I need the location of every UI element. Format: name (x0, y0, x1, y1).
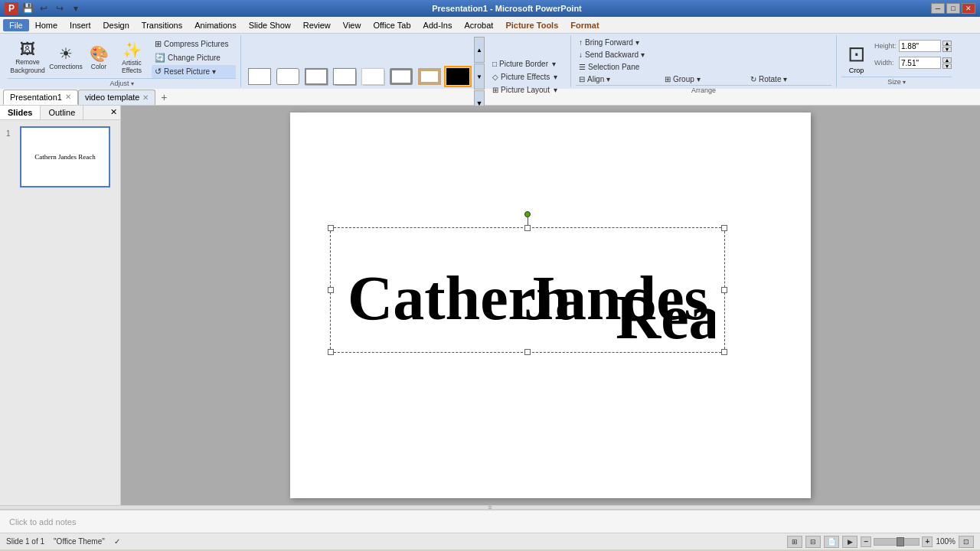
align-dropdown[interactable]: ▾ (606, 75, 610, 83)
spell-check-icon[interactable]: ✓ (114, 537, 120, 546)
picture-style-8[interactable] (444, 66, 472, 87)
layout-dropdown[interactable]: ▾ (554, 86, 557, 94)
menu-acrobat[interactable]: Acrobat (458, 19, 499, 31)
align-button[interactable]: ⊟ Align ▾ (576, 73, 660, 85)
menu-view[interactable]: View (337, 19, 368, 31)
border-dropdown[interactable]: ▾ (552, 60, 556, 68)
save-button[interactable]: 💾 (21, 2, 34, 15)
picture-border-button[interactable]: □ Picture Border ▾ (489, 58, 566, 70)
new-tab-button[interactable]: + (157, 90, 171, 104)
window-controls: ─ □ ✕ (931, 3, 975, 14)
menu-picture-tools[interactable]: Picture Tools (499, 19, 564, 31)
fit-slide-button[interactable]: ⊡ (959, 536, 974, 548)
size-dropdown[interactable]: ▾ (903, 79, 906, 86)
picture-style-4[interactable] (331, 66, 358, 87)
picture-layout-button[interactable]: ⊞ Picture Layout ▾ (489, 84, 566, 96)
height-up[interactable]: ▲ (942, 41, 952, 46)
width-input[interactable] (899, 57, 941, 69)
rotate-handle[interactable] (524, 211, 531, 217)
slide-sorter-button[interactable]: ⊟ (805, 536, 821, 548)
width-down[interactable]: ▼ (942, 64, 952, 69)
picture-style-2[interactable] (274, 66, 302, 87)
width-up[interactable]: ▲ (942, 57, 952, 63)
change-picture-icon: 🔄 (155, 53, 165, 63)
picture-style-1[interactable] (246, 66, 273, 87)
menu-insert[interactable]: Insert (64, 19, 97, 31)
notes-placeholder[interactable]: Click to add notes (9, 517, 76, 527)
selection-pane-button[interactable]: ☰ Selection Pane (576, 61, 831, 73)
reset-picture-button[interactable]: ↺ Reset Picture ▾ (152, 65, 236, 78)
maximize-button[interactable]: □ (946, 3, 960, 14)
compress-pictures-button[interactable]: ⊞ Compress Pictures (152, 37, 236, 51)
height-input[interactable] (899, 40, 941, 52)
menu-format[interactable]: Format (564, 19, 605, 31)
send-backward-button[interactable]: ↓ Send Backward ▾ (576, 49, 831, 60)
corrections-button[interactable]: ☀ Corrections (49, 37, 83, 78)
slide-show-button[interactable]: ▶ (842, 536, 858, 548)
size-group-label: Size ▾ (841, 77, 952, 86)
handle-top-left[interactable] (328, 225, 334, 231)
image-container[interactable]: Cathern Jandes Reach (330, 227, 725, 353)
zoom-plus-button[interactable]: + (922, 536, 933, 547)
handle-top-right[interactable] (721, 225, 727, 231)
selection-pane-icon: ☰ (579, 63, 586, 71)
picture-style-3[interactable] (302, 66, 330, 87)
group-dropdown[interactable]: ▾ (697, 75, 701, 83)
tab-outline[interactable]: Outline (41, 106, 83, 119)
picture-style-6[interactable] (387, 66, 415, 87)
redo-button[interactable]: ↪ (53, 2, 67, 15)
crop-button[interactable]: ⊡ Crop (841, 40, 871, 76)
remove-background-button[interactable]: 🖼 RemoveBackground (8, 37, 47, 78)
height-down[interactable]: ▼ (942, 47, 952, 52)
handle-bottom-middle[interactable] (524, 349, 531, 355)
group-button[interactable]: ⊞ Group ▾ (662, 73, 746, 85)
adjust-dropdown[interactable]: ▾ (131, 80, 134, 87)
picture-effects-button[interactable]: ◇ Picture Effects ▾ (489, 71, 566, 83)
picture-style-7[interactable] (416, 66, 443, 87)
slide-thumb-1[interactable]: Cathern Jandes Reach (20, 126, 110, 187)
close-button[interactable]: ✕ (962, 3, 975, 14)
normal-view-button[interactable]: ⊞ (787, 536, 802, 548)
handle-top-middle[interactable] (524, 225, 531, 231)
close-panel-button[interactable]: ✕ (107, 106, 120, 119)
tab-video-template[interactable]: video template ✕ (78, 90, 156, 105)
gallery-up[interactable]: ▲ (474, 37, 485, 63)
tab-presentation1-close[interactable]: ✕ (65, 93, 71, 101)
tab-presentation1[interactable]: Presentation1 ✕ (3, 90, 78, 105)
reading-view-button[interactable]: 📄 (824, 536, 839, 548)
menu-slide-show[interactable]: Slide Show (243, 19, 297, 31)
change-picture-button[interactable]: 🔄 Change Picture (152, 51, 236, 64)
menu-add-ins[interactable]: Add-Ins (417, 19, 459, 31)
menu-design[interactable]: Design (97, 19, 136, 31)
bring-forward-dropdown[interactable]: ▾ (635, 38, 639, 47)
align-label: Align (587, 75, 604, 83)
undo-button[interactable]: ↩ (37, 2, 51, 15)
tab-video-template-close[interactable]: ✕ (142, 93, 149, 102)
rotate-dropdown[interactable]: ▾ (783, 75, 787, 83)
menu-file[interactable]: File (3, 19, 29, 31)
send-backward-dropdown[interactable]: ▾ (641, 51, 645, 59)
effects-dropdown[interactable]: ▾ (554, 73, 557, 81)
zoom-thumb[interactable] (897, 537, 904, 546)
menu-transitions[interactable]: Transitions (136, 19, 188, 31)
rotate-button[interactable]: ↻ Rotate ▾ (747, 73, 831, 85)
gallery-down[interactable]: ▼ (474, 64, 485, 90)
handle-middle-left[interactable] (328, 287, 334, 293)
menu-review[interactable]: Review (297, 19, 337, 31)
minimize-button[interactable]: ─ (931, 3, 945, 14)
zoom-slider[interactable] (874, 538, 920, 546)
size-controls: ⊡ Crop Height: ▲ ▼ Width: (841, 37, 952, 77)
tab-slides[interactable]: Slides (0, 106, 41, 119)
menu-office-tab[interactable]: Office Tab (367, 19, 416, 31)
zoom-minus-button[interactable]: − (861, 536, 871, 547)
bring-forward-button[interactable]: ↑ Bring Forward ▾ (576, 37, 831, 48)
menu-animations[interactable]: Animations (188, 19, 242, 31)
quick-access-dropdown[interactable]: ▾ (69, 2, 83, 15)
handle-middle-right[interactable] (721, 287, 727, 293)
picture-style-5[interactable] (359, 66, 387, 87)
color-button[interactable]: 🎨 Color (84, 37, 113, 78)
handle-bottom-left[interactable] (328, 349, 334, 355)
artistic-effects-button[interactable]: ✨ ArtisticEffects (115, 37, 149, 78)
menu-home[interactable]: Home (29, 19, 64, 31)
handle-bottom-right[interactable] (721, 349, 727, 355)
